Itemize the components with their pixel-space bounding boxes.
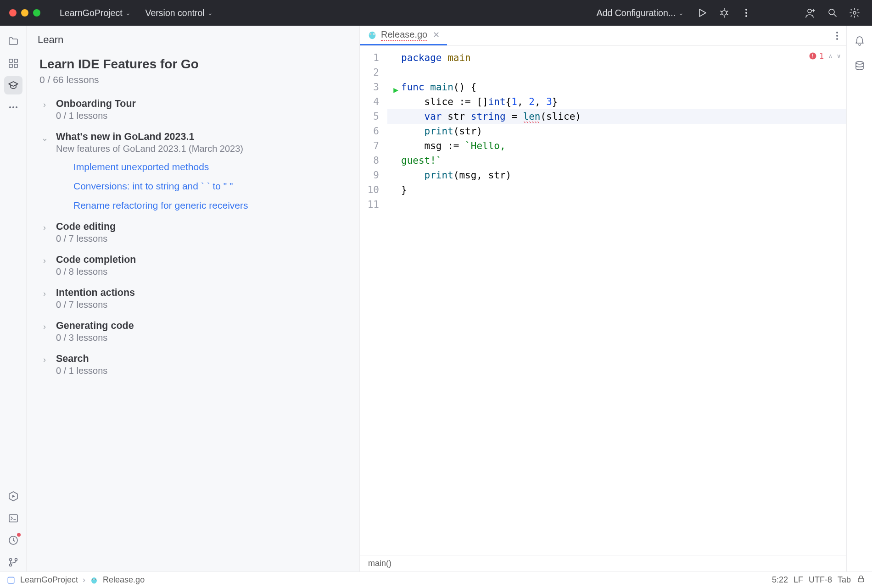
project-name: LearnGoProject [60, 8, 123, 18]
svg-point-28 [837, 35, 838, 36]
svg-point-1 [722, 11, 727, 15]
database-button[interactable] [850, 57, 869, 75]
svg-point-37 [95, 579, 95, 579]
code-body[interactable]: package main func main() { slice := []in… [387, 46, 846, 555]
inspections-widget[interactable]: 1 ∧ ∨ [808, 51, 841, 61]
lesson-rename-refactor[interactable]: Rename refactoring for generic receivers [73, 200, 347, 211]
close-icon[interactable] [9, 9, 17, 17]
svg-point-13 [12, 107, 13, 108]
section-code-editing[interactable]: › Code editing 0 / 7 lessons [39, 221, 347, 244]
svg-rect-8 [9, 59, 12, 62]
chevron-right-icon: › [39, 254, 50, 266]
run-button[interactable] [694, 5, 710, 21]
error-icon [808, 51, 817, 61]
person-add-icon [805, 7, 816, 18]
svg-point-33 [91, 577, 97, 584]
more-tool-button[interactable] [4, 98, 22, 116]
lesson-conversions[interactable]: Conversions: int to string and ` ` to " … [73, 181, 347, 192]
editor-tabs: Release.go ✕ [360, 26, 846, 46]
section-generating-code[interactable]: › Generating code 0 / 3 lessons [39, 320, 347, 343]
go-file-icon [367, 30, 377, 40]
editor-breadcrumb[interactable]: main() [360, 555, 846, 571]
search-button[interactable] [824, 5, 841, 21]
run-gutter-icon[interactable]: ▶ [393, 83, 398, 97]
gear-icon [849, 7, 860, 18]
fullscreen-icon[interactable] [33, 9, 40, 17]
chevron-down-icon: ⌄ [125, 9, 131, 17]
errors-badge: 1 [808, 51, 824, 61]
indent-config[interactable]: Tab [838, 575, 851, 585]
line-separator[interactable]: LF [794, 575, 803, 585]
kebab-icon [832, 30, 843, 41]
minimize-icon[interactable] [21, 9, 28, 17]
clock-alert-icon [8, 535, 19, 546]
readonly-toggle[interactable] [856, 574, 866, 586]
svg-point-5 [808, 9, 811, 13]
svg-point-29 [837, 38, 838, 39]
project-tool-button[interactable] [4, 32, 22, 50]
close-tab-icon[interactable]: ✕ [433, 30, 440, 40]
svg-point-27 [837, 32, 838, 33]
svg-point-25 [370, 33, 371, 34]
prev-highlight-icon[interactable]: ∧ [828, 52, 832, 60]
chevron-down-icon: ⌄ [207, 9, 213, 17]
search-icon [827, 7, 838, 18]
play-icon [697, 7, 708, 18]
svg-marker-0 [699, 9, 706, 17]
services-tool-button[interactable] [4, 487, 22, 505]
editor: Release.go ✕ 1 ∧ ∨ 1 2 3▶ 4 5 [360, 26, 846, 571]
problems-tool-button[interactable] [4, 531, 22, 549]
project-selector[interactable]: LearnGoProject ⌄ [55, 5, 135, 21]
section-onboarding[interactable]: › Onboarding Tour 0 / 1 lessons [39, 98, 347, 121]
course-progress: 0 / 66 lessons [39, 74, 347, 85]
learn-body[interactable]: Learn IDE Features for Go 0 / 66 lessons… [27, 52, 359, 395]
caret-position[interactable]: 5:22 [772, 575, 788, 585]
section-intention-actions[interactable]: › Intention actions 0 / 7 lessons [39, 287, 347, 310]
gutter: 1 2 3▶ 4 5 6 7 8 9 10 11 [360, 46, 387, 555]
learn-tool-button[interactable] [4, 76, 22, 94]
editor-more-button[interactable] [828, 26, 846, 45]
titlebar: LearnGoProject ⌄ Version control ⌄ Add C… [0, 0, 872, 26]
go-file-icon [90, 576, 98, 584]
chevron-right-icon: › [39, 98, 50, 110]
lesson-implement-unexported[interactable]: Implement unexported methods [73, 161, 347, 172]
vcs-tool-button[interactable] [4, 553, 22, 571]
ellipsis-icon [8, 102, 19, 113]
structure-tool-button[interactable] [4, 54, 22, 72]
debug-button[interactable] [716, 5, 732, 21]
code-with-me-button[interactable] [802, 5, 819, 21]
chevron-down-icon: ⌄ [39, 131, 50, 143]
chevron-right-icon: › [39, 287, 50, 299]
bug-icon [719, 7, 730, 18]
chevron-right-icon: › [39, 320, 50, 332]
code-editor[interactable]: 1 ∧ ∨ 1 2 3▶ 4 5 6 7 8 9 10 11 package m… [360, 46, 846, 555]
svg-rect-11 [14, 64, 17, 67]
vcs-selector[interactable]: Version control ⌄ [141, 5, 218, 21]
chevron-right-icon: › [83, 575, 85, 585]
next-highlight-icon[interactable]: ∨ [837, 52, 841, 60]
run-config-selector[interactable]: Add Configuration... ⌄ [592, 5, 688, 21]
notification-badge [17, 533, 21, 537]
bell-icon [854, 36, 865, 47]
svg-rect-32 [8, 577, 14, 583]
graduation-cap-icon [8, 80, 19, 91]
database-icon [854, 61, 865, 72]
navbar-breadcrumb[interactable]: LearnGoProject › Release.go [6, 575, 145, 585]
more-button[interactable] [738, 5, 755, 21]
svg-point-14 [16, 107, 17, 108]
svg-point-4 [746, 16, 747, 17]
learn-panel: Learn Learn IDE Features for Go 0 / 66 l… [27, 26, 360, 571]
chevron-right-icon: › [39, 353, 50, 365]
run-config-label: Add Configuration... [597, 8, 676, 18]
notifications-button[interactable] [850, 32, 869, 50]
vcs-label: Version control [145, 8, 205, 18]
section-whats-new[interactable]: ⌄ What's new in GoLand 2023.1 New featur… [39, 131, 347, 211]
file-encoding[interactable]: UTF-8 [809, 575, 832, 585]
tab-release-go[interactable]: Release.go ✕ [360, 26, 447, 45]
section-code-completion[interactable]: › Code completion 0 / 8 lessons [39, 254, 347, 277]
settings-button[interactable] [846, 5, 863, 21]
section-search[interactable]: › Search 0 / 1 lessons [39, 353, 347, 376]
terminal-tool-button[interactable] [4, 509, 22, 527]
lock-icon [856, 574, 866, 583]
left-tool-rail [0, 26, 27, 571]
